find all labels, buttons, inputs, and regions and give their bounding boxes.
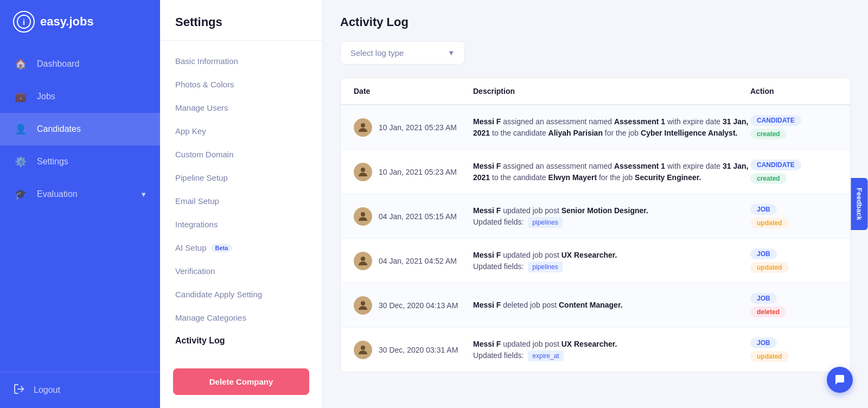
svg-point-3 bbox=[361, 168, 365, 172]
sidebar: i easy.jobs 🏠 Dashboard 💼 Jobs 👤 Candida… bbox=[0, 0, 160, 408]
description-cell: Messi F updated job post Senior Motion D… bbox=[473, 205, 750, 228]
jobs-icon: 💼 bbox=[13, 89, 28, 104]
badge-type: CANDIDATE bbox=[750, 115, 801, 126]
avatar bbox=[354, 207, 372, 226]
sidebar-item-label: Settings bbox=[37, 157, 68, 167]
table-row: 04 Jan, 2021 05:15 AM Messi F updated jo… bbox=[341, 194, 850, 239]
date-cell: 30 Dec, 2020 04:13 AM bbox=[354, 296, 473, 315]
date-text: 10 Jan, 2021 05:23 AM bbox=[379, 168, 457, 176]
table-header-date: Date bbox=[354, 87, 473, 95]
table-row: 10 Jan, 2021 05:23 AM Messi F assigned a… bbox=[341, 150, 850, 194]
logout-icon bbox=[13, 383, 25, 397]
sidebar-item-evaluation[interactable]: 🎓 Evaluation ▼ bbox=[0, 178, 160, 211]
sidebar-item-settings[interactable]: ⚙️ Settings bbox=[0, 145, 160, 178]
settings-menu: Basic Information Photos & Colors Manage… bbox=[160, 41, 322, 364]
activity-table: Date Description Action 10 Jan, 2021 05:… bbox=[340, 78, 851, 372]
settings-menu-app-key[interactable]: App Key bbox=[160, 119, 322, 143]
sidebar-item-label: Candidates bbox=[37, 124, 81, 134]
badge-type: JOB bbox=[750, 248, 777, 259]
logout-item[interactable]: Logout bbox=[0, 372, 160, 408]
date-cell: 04 Jan, 2021 04:52 AM bbox=[354, 252, 473, 270]
settings-menu-photos-colors[interactable]: Photos & Colors bbox=[160, 73, 322, 96]
sidebar-item-label: Jobs bbox=[37, 92, 55, 101]
settings-icon: ⚙️ bbox=[13, 154, 28, 169]
avatar bbox=[354, 252, 372, 270]
table-header-action: Action bbox=[750, 87, 837, 95]
avatar bbox=[354, 163, 372, 181]
action-cell: JOB updated bbox=[750, 248, 837, 273]
log-type-filter[interactable]: Select log type ▼ bbox=[340, 41, 465, 65]
date-cell: 04 Jan, 2021 05:15 AM bbox=[354, 207, 473, 226]
settings-menu-manage-categories[interactable]: Manage Categories bbox=[160, 306, 322, 329]
candidates-icon: 👤 bbox=[13, 122, 28, 137]
main-area: Settings Basic Information Photos & Colo… bbox=[160, 0, 868, 408]
settings-menu-manage-users[interactable]: Manage Users bbox=[160, 96, 322, 119]
settings-menu-email-setup[interactable]: Email Setup bbox=[160, 189, 322, 213]
chevron-down-icon: ▼ bbox=[140, 190, 147, 199]
svg-point-2 bbox=[361, 123, 365, 127]
avatar bbox=[354, 341, 372, 359]
settings-menu-custom-domain[interactable]: Custom Domain bbox=[160, 143, 322, 166]
logo-icon: i bbox=[13, 11, 35, 33]
field-tag: pipelines bbox=[528, 262, 562, 272]
sidebar-nav: 🏠 Dashboard 💼 Jobs 👤 Candidates ⚙️ Setti… bbox=[0, 43, 160, 372]
action-cell: JOB updated bbox=[750, 204, 837, 228]
badge-type: JOB bbox=[750, 204, 777, 215]
date-text: 04 Jan, 2021 05:15 AM bbox=[379, 212, 457, 221]
svg-point-4 bbox=[361, 212, 365, 216]
delete-company-button[interactable]: Delete Company bbox=[173, 368, 309, 395]
badge-status: deleted bbox=[750, 307, 786, 317]
badge-type: CANDIDATE bbox=[750, 160, 801, 170]
sidebar-item-label: Evaluation bbox=[37, 189, 78, 199]
home-icon: 🏠 bbox=[13, 56, 28, 72]
badge-status: updated bbox=[750, 351, 789, 362]
settings-menu-pipeline-setup[interactable]: Pipeline Setup bbox=[160, 166, 322, 189]
settings-panel: Settings Basic Information Photos & Colo… bbox=[160, 0, 323, 408]
settings-menu-basic-info[interactable]: Basic Information bbox=[160, 49, 322, 73]
date-cell: 30 Dec, 2020 03:31 AM bbox=[354, 341, 473, 359]
beta-badge: Beta bbox=[211, 244, 233, 252]
activity-log-panel: Activity Log Select log type ▼ Date Desc… bbox=[323, 0, 868, 408]
logo[interactable]: i easy.jobs bbox=[0, 0, 160, 43]
description-cell: Messi F assigned an assessment named Ass… bbox=[473, 161, 750, 183]
date-cell: 10 Jan, 2021 05:23 AM bbox=[354, 163, 473, 181]
description-cell: Messi F deleted job post Content Manager… bbox=[473, 299, 750, 311]
svg-text:i: i bbox=[23, 17, 25, 27]
sidebar-item-candidates[interactable]: 👤 Candidates bbox=[0, 113, 160, 145]
date-text: 04 Jan, 2021 04:52 AM bbox=[379, 257, 457, 265]
table-header-description: Description bbox=[473, 87, 750, 95]
badge-status: updated bbox=[750, 262, 789, 273]
action-cell: JOB deleted bbox=[750, 293, 837, 317]
settings-menu-ai-setup[interactable]: AI Setup Beta bbox=[160, 236, 322, 259]
sidebar-item-jobs[interactable]: 💼 Jobs bbox=[0, 80, 160, 113]
avatar bbox=[354, 118, 372, 137]
date-text: 30 Dec, 2020 04:13 AM bbox=[379, 301, 458, 310]
action-cell: CANDIDATE created bbox=[750, 160, 837, 184]
logo-text: easy.jobs bbox=[40, 15, 94, 29]
settings-menu-candidate-apply[interactable]: Candidate Apply Setting bbox=[160, 283, 322, 306]
evaluation-icon: 🎓 bbox=[13, 187, 28, 202]
table-row: 10 Jan, 2021 05:23 AM Messi F assigned a… bbox=[341, 105, 850, 150]
field-tag: expire_at bbox=[528, 350, 563, 361]
feedback-tab[interactable]: Feedback bbox=[851, 178, 868, 230]
logout-label: Logout bbox=[34, 385, 60, 395]
activity-log-section-label: Activity Log bbox=[160, 329, 322, 350]
settings-menu-verification[interactable]: Verification bbox=[160, 259, 322, 283]
sidebar-item-dashboard[interactable]: 🏠 Dashboard bbox=[0, 48, 160, 80]
field-tag: pipelines bbox=[528, 217, 562, 228]
svg-point-5 bbox=[361, 257, 365, 261]
description-cell: Messi F updated job post UX Researcher. … bbox=[473, 250, 750, 272]
chat-bubble-button[interactable] bbox=[827, 367, 853, 393]
date-text: 30 Dec, 2020 03:31 AM bbox=[379, 346, 458, 354]
activity-log-title: Activity Log bbox=[340, 15, 851, 29]
table-row: 04 Jan, 2021 04:52 AM Messi F updated jo… bbox=[341, 239, 850, 283]
svg-point-7 bbox=[361, 346, 365, 350]
badge-status: updated bbox=[750, 218, 789, 228]
badge-type: JOB bbox=[750, 293, 777, 304]
badge-status: created bbox=[750, 129, 787, 139]
badge-status: created bbox=[750, 173, 787, 184]
settings-title: Settings bbox=[160, 0, 322, 41]
settings-menu-integrations[interactable]: Integrations bbox=[160, 213, 322, 236]
avatar bbox=[354, 296, 372, 315]
badge-type: JOB bbox=[750, 337, 777, 348]
